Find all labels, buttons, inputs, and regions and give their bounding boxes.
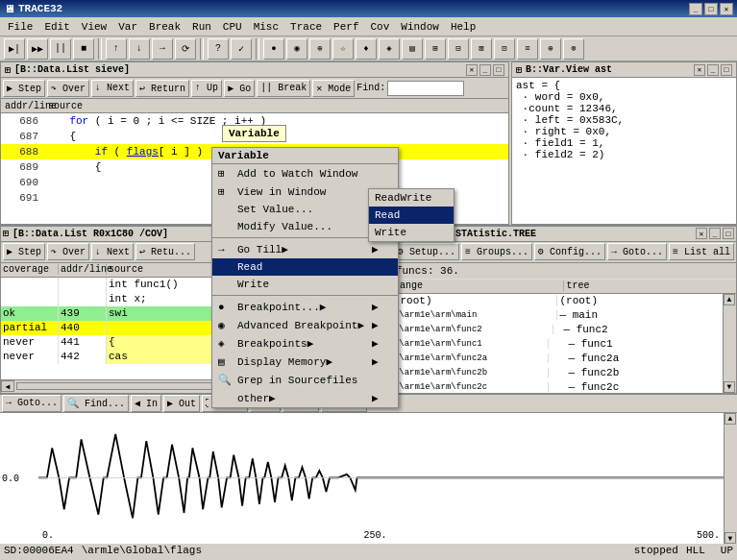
tree-row-main: \\arm1e\arm\main— main (392, 308, 723, 323)
up-button[interactable]: ↑ Up (191, 80, 222, 97)
toolbar-btn-1[interactable]: ▶| (4, 38, 25, 60)
go-button[interactable]: ▶ Go (224, 80, 255, 97)
ctx-breakpoint[interactable]: ● Breakpoint... ▶ (212, 298, 398, 316)
tree-scroll-down-btn[interactable]: ▼ (724, 381, 735, 393)
toolbar-btn-4[interactable]: ■ (73, 38, 94, 60)
toolbar-btn-10[interactable]: ✓ (231, 38, 252, 60)
menu-window[interactable]: Window (395, 17, 445, 36)
goto-button-tree[interactable]: → Goto... (607, 243, 667, 260)
var-panel-max[interactable]: □ (721, 64, 732, 76)
chart-scroll-down-btn[interactable]: ▼ (725, 532, 736, 544)
tree-scroll-up-btn[interactable]: ▲ (724, 294, 735, 305)
toolbar-btn-21[interactable]: ⊡ (494, 38, 515, 60)
cov-step[interactable]: ▶ Step (3, 243, 45, 260)
chart-out-1[interactable]: ▶ Out (163, 395, 200, 412)
tree-scroll-track (724, 305, 736, 381)
ctx-read[interactable]: Read (212, 258, 398, 276)
toolbar-btn-9[interactable]: ? (208, 38, 229, 60)
mode-button[interactable]: ✕ Mode (312, 80, 355, 97)
ctx-dm-arrow: ▶ (326, 355, 332, 368)
tree-range-func2b: \\arm1e\arm\func2b (392, 368, 550, 377)
tree-panel-max[interactable]: □ (723, 228, 734, 239)
step-button[interactable]: ▶ Step (3, 80, 45, 97)
menu-edit[interactable]: Edit (38, 17, 75, 36)
var-panel-min[interactable]: _ (707, 64, 719, 76)
menu-cpu[interactable]: CPU (217, 17, 248, 36)
toolbar-btn-22[interactable]: ≡ (517, 38, 538, 60)
ctx-adv-bp[interactable]: ◉ Advanced Breakpoint ▶ (212, 316, 398, 334)
maximize-button[interactable]: □ (704, 3, 718, 15)
config-button[interactable]: ⚙ Config... (534, 243, 605, 260)
toolbar-btn-24[interactable]: ⊗ (563, 38, 584, 60)
ctx-other[interactable]: other ▶ (212, 389, 398, 407)
toolbar-btn-13[interactable]: ⊕ (309, 38, 331, 60)
toolbar-btn-3[interactable]: || (50, 38, 71, 60)
submenu-read[interactable]: Read (369, 207, 454, 224)
chart-panel: → Goto... 🔍 Find... ◀ In ▶ Out ⛶ Full ◀ … (0, 394, 737, 504)
toolbar-btn-8[interactable]: ⟳ (175, 38, 196, 60)
ctx-write[interactable]: Write (212, 276, 398, 293)
cov-next[interactable]: ↓ Next (91, 243, 134, 260)
chart-goto[interactable]: → Goto... (2, 395, 61, 412)
groups-button[interactable]: ≡ Groups... (461, 243, 532, 260)
listall-button[interactable]: ≡ List all (669, 243, 734, 260)
context-menu[interactable]: Variable ⊞ Add to Watch Window ⊞ View in… (211, 147, 399, 408)
toolbar-btn-23[interactable]: ⊕ (540, 38, 561, 60)
cov-cell-cov-4: partial (1, 321, 59, 335)
code-panel-min[interactable]: _ (479, 64, 491, 76)
submenu-write[interactable]: Write (369, 224, 454, 241)
return-button[interactable]: ↩ Return (135, 80, 189, 97)
menu-view[interactable]: View (76, 17, 112, 36)
toolbar-btn-5[interactable]: ↑ (106, 38, 127, 60)
menu-perf[interactable]: Perf (328, 17, 364, 36)
tree-panel-close[interactable]: ✕ (696, 228, 707, 239)
find-input[interactable] (387, 81, 464, 96)
toolbar-btn-2[interactable]: ▶▶ (27, 38, 48, 60)
ctx-go-till[interactable]: → Go Till ▶ (212, 240, 398, 258)
toolbar-btn-11[interactable]: ● (263, 38, 284, 60)
toolbar-btn-18[interactable]: ⊞ (425, 38, 446, 60)
code-panel-close[interactable]: ✕ (466, 64, 478, 76)
tree-panel-min[interactable]: _ (709, 228, 721, 239)
cov-cell-addr-2 (59, 292, 107, 306)
menu-help[interactable]: Help (445, 17, 481, 36)
chart-find[interactable]: 🔍 Find... (63, 395, 129, 412)
submenu-readwrite[interactable]: ReadWrite (369, 189, 454, 207)
chart-scroll-up-btn[interactable]: ▲ (725, 413, 736, 425)
ctx-breakpoints[interactable]: ◈ Breakpoints ▶ (212, 334, 398, 353)
cov-return[interactable]: ↩ Retu... (135, 243, 195, 260)
toolbar-btn-17[interactable]: ▤ (402, 38, 423, 60)
tree-scrollbar-v: ▲ ▼ (723, 294, 736, 393)
menu-cov[interactable]: Cov (365, 17, 396, 36)
scroll-left-btn[interactable]: ◀ (1, 380, 14, 392)
toolbar-btn-12[interactable]: ◉ (286, 38, 307, 60)
over-button[interactable]: ↷ Over (47, 80, 89, 97)
toolbar-btn-20[interactable]: ⊠ (471, 38, 492, 60)
toolbar-btn-14[interactable]: ☆ (332, 38, 354, 60)
close-button[interactable]: ✕ (720, 3, 733, 15)
toolbar-btn-15[interactable]: ♦ (356, 38, 377, 60)
setup-button[interactable]: ⚙ Setup... (394, 243, 459, 260)
menu-file[interactable]: File (2, 17, 38, 36)
ctx-display-mem[interactable]: ▤ Display Memory ▶ (212, 353, 398, 371)
minimize-button[interactable]: _ (689, 3, 702, 15)
menu-misc[interactable]: Misc (248, 17, 284, 36)
menu-run[interactable]: Run (186, 17, 217, 36)
toolbar-btn-7[interactable]: → (152, 38, 173, 60)
var-panel-close[interactable]: ✕ (694, 64, 705, 76)
toolbar-btn-16[interactable]: ◈ (379, 38, 400, 60)
menu-var[interactable]: Var (112, 17, 143, 36)
ctx-add-watch[interactable]: ⊞ Add to Watch Window (212, 164, 398, 183)
menu-trace[interactable]: Trace (284, 17, 328, 36)
ctx-grep[interactable]: 🔍 Grep in Sourcefiles (212, 371, 398, 389)
toolbar-btn-19[interactable]: ⊟ (448, 38, 469, 60)
menu-break[interactable]: Break (143, 17, 186, 36)
toolbar-btn-6[interactable]: ↓ (129, 38, 150, 60)
cov-over[interactable]: ↷ Over (47, 243, 89, 260)
gotill-submenu[interactable]: ReadWrite Read Write (368, 188, 454, 242)
code-panel-max[interactable]: □ (493, 64, 504, 76)
break-button[interactable]: || Break (257, 80, 310, 97)
next-button[interactable]: ↓ Next (91, 80, 134, 97)
chart-in-1[interactable]: ◀ In (131, 395, 161, 412)
ctx-icon-gotill: → (218, 244, 233, 256)
